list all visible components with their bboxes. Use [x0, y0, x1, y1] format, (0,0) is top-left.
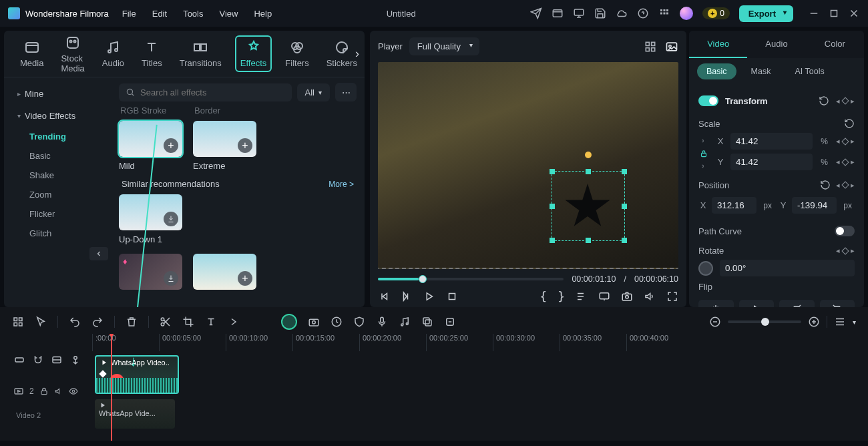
- maximize-icon[interactable]: [828, 7, 840, 19]
- menu-help[interactable]: Help: [254, 9, 272, 19]
- track-visible-icon[interactable]: [69, 387, 78, 396]
- menu-file[interactable]: File: [122, 9, 136, 19]
- send-icon[interactable]: [530, 7, 542, 19]
- search-input-wrapper[interactable]: [119, 83, 292, 101]
- flip-horizontal-button[interactable]: [698, 300, 734, 307]
- scale-y-keyframe[interactable]: ◂▸: [836, 158, 855, 166]
- avatar[interactable]: [680, 7, 693, 20]
- ai-badge-icon[interactable]: [281, 314, 297, 330]
- sidebar-collapse-button[interactable]: [89, 247, 108, 260]
- delete-icon[interactable]: [126, 316, 138, 328]
- flip-vertical-button[interactable]: [739, 300, 775, 307]
- zoom-out-icon[interactable]: [709, 316, 721, 328]
- crop-icon[interactable]: [182, 316, 194, 328]
- effect-reco-2[interactable]: +: [193, 254, 256, 290]
- subtab-basic[interactable]: Basic: [697, 63, 736, 79]
- timeline-tracks[interactable]: :00:00 00:00:05:00 00:00:10:00 00:00:15:…: [92, 334, 863, 441]
- layout-icon[interactable]: [12, 316, 24, 328]
- pos-y-input[interactable]: [792, 197, 837, 214]
- search-input[interactable]: [140, 87, 285, 97]
- subtab-ai-tools[interactable]: AI Tools: [785, 63, 833, 79]
- scale-x-keyframe[interactable]: ◂▸: [836, 137, 855, 146]
- path-curve-toggle[interactable]: [835, 226, 855, 236]
- mark-out-icon[interactable]: }: [558, 289, 565, 303]
- tab-filters[interactable]: Filters: [281, 37, 312, 71]
- tab-stock-media[interactable]: Stock Media: [57, 32, 88, 76]
- zoom-in-icon[interactable]: [808, 316, 820, 328]
- inspector-tab-audio[interactable]: Audio: [747, 31, 805, 58]
- more-link[interactable]: More >: [329, 180, 354, 189]
- prev-frame-icon[interactable]: [378, 290, 390, 302]
- grid-view-icon[interactable]: [644, 40, 657, 53]
- track-adjust-icon[interactable]: [51, 354, 63, 366]
- display-toggle-icon[interactable]: [598, 290, 610, 302]
- effect-extreme[interactable]: + Extreme: [193, 121, 256, 171]
- more-tools-icon[interactable]: [228, 316, 240, 328]
- preview-viewport[interactable]: [378, 62, 678, 269]
- more-options-button[interactable]: ⋯: [335, 83, 357, 101]
- camera-tool-icon[interactable]: [308, 316, 320, 328]
- marker-list-icon[interactable]: [576, 290, 588, 302]
- tab-titles[interactable]: Titles: [138, 37, 166, 71]
- sidebar-sub-zoom[interactable]: Zoom: [8, 185, 107, 204]
- progress-bar[interactable]: [378, 278, 564, 280]
- add-effect-icon[interactable]: +: [238, 271, 252, 286]
- monitor-icon[interactable]: [573, 7, 585, 19]
- menu-edit[interactable]: Edit: [152, 9, 167, 19]
- inspector-tab-color[interactable]: Color: [806, 31, 864, 58]
- volume-icon[interactable]: [644, 290, 656, 302]
- subtab-mask[interactable]: Mask: [742, 63, 781, 79]
- menu-view[interactable]: View: [219, 9, 238, 19]
- sidebar-sub-trending[interactable]: Trending: [8, 127, 107, 146]
- progress-knob[interactable]: [419, 275, 427, 283]
- effect-up-down-1[interactable]: Up-Down 1: [119, 194, 182, 244]
- scale-lock-icon[interactable]: [699, 149, 708, 158]
- position-reset-icon[interactable]: [820, 180, 831, 190]
- download-icon[interactable]: [164, 271, 178, 286]
- close-icon[interactable]: [848, 7, 860, 19]
- selection-box[interactable]: [552, 171, 625, 241]
- fullscreen-icon[interactable]: [666, 290, 678, 302]
- rotation-handle[interactable]: [585, 152, 592, 158]
- shield-icon[interactable]: [353, 316, 365, 328]
- sidebar-sub-basic[interactable]: Basic: [8, 146, 107, 166]
- text-tool-icon[interactable]: [205, 316, 217, 328]
- cloud-icon[interactable]: [616, 7, 628, 19]
- snapshot-icon[interactable]: [621, 290, 633, 302]
- marker-icon[interactable]: [444, 316, 456, 328]
- filter-all-dropdown[interactable]: All▾: [297, 83, 330, 101]
- effect-mild[interactable]: + Mild: [119, 121, 182, 171]
- save-icon[interactable]: [594, 7, 606, 19]
- stop-icon[interactable]: [446, 290, 458, 302]
- inspector-tab-video[interactable]: Video: [689, 31, 747, 58]
- tab-effects[interactable]: Effects: [235, 35, 272, 72]
- flip-rotate-cw-button[interactable]: [779, 300, 815, 307]
- sidebar-item-video-effects[interactable]: Video Effects: [8, 105, 107, 127]
- track-lock-icon[interactable]: [39, 387, 49, 396]
- tab-audio[interactable]: Audio: [98, 37, 128, 71]
- track-height-icon[interactable]: [834, 316, 846, 328]
- zoom-slider[interactable]: [728, 320, 801, 323]
- mark-in-icon[interactable]: {: [539, 289, 547, 303]
- track-height-dropdown-icon[interactable]: ▾: [853, 318, 856, 326]
- track-marker-icon[interactable]: [69, 354, 81, 366]
- add-effect-icon[interactable]: +: [164, 138, 178, 153]
- pointer-icon[interactable]: [35, 316, 47, 328]
- export-button[interactable]: Export: [739, 5, 793, 22]
- image-view-icon[interactable]: [665, 40, 678, 53]
- apps-icon[interactable]: [658, 7, 670, 19]
- minimize-icon[interactable]: [808, 7, 820, 19]
- scale-x-input[interactable]: [730, 133, 813, 150]
- sidebar-sub-flicker[interactable]: Flicker: [8, 204, 107, 224]
- transform-keyframe-controls[interactable]: ◂▸: [836, 97, 855, 105]
- tabs-overflow-icon[interactable]: ›: [355, 47, 359, 61]
- play-pause-icon[interactable]: [401, 290, 413, 302]
- effect-reco-1[interactable]: ♦: [119, 254, 182, 290]
- sidebar-item-mine[interactable]: Mine: [8, 83, 107, 105]
- rotate-keyframe[interactable]: ◂▸: [836, 246, 855, 255]
- tab-media[interactable]: Media: [16, 37, 47, 71]
- download-icon[interactable]: [164, 212, 178, 226]
- timeline-clip-1[interactable]: WhatsApp Video.. ✂: [95, 355, 179, 394]
- sidebar-sub-shake[interactable]: Shake: [8, 166, 107, 185]
- playhead[interactable]: [111, 334, 112, 441]
